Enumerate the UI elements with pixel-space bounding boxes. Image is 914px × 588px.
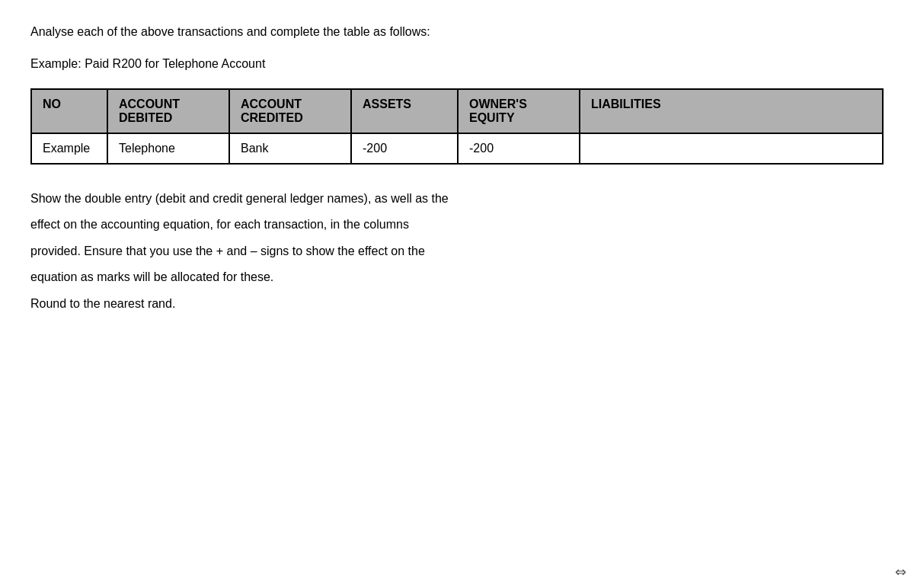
- col-header-no: NO: [31, 89, 107, 133]
- col-liabilities-label: LIABILITIES: [591, 97, 661, 110]
- explanation-line2: effect on the accounting equation, for e…: [30, 213, 884, 236]
- cell-owners-equity: -200: [458, 133, 580, 164]
- table-row: ExampleTelephoneBank-200-200: [31, 133, 883, 164]
- col-header-liabilities: LIABILITIES: [580, 89, 883, 133]
- col-credited-line2: CREDITED: [241, 111, 340, 125]
- cell-account-credited: Bank: [229, 133, 351, 164]
- move-handle-icon[interactable]: ⇔: [895, 564, 906, 580]
- cell-no: Example: [31, 133, 107, 164]
- col-header-credited: ACCOUNT CREDITED: [229, 89, 351, 133]
- col-debited-line2: DEBITED: [119, 111, 218, 125]
- accounting-table: NO ACCOUNT DEBITED ACCOUNT CREDITED ASSE…: [30, 88, 884, 165]
- explanation-block: Show the double entry (debit and credit …: [30, 187, 884, 315]
- explanation-line1: Show the double entry (debit and credit …: [30, 187, 884, 210]
- cell-assets: -200: [351, 133, 458, 164]
- col-equity-line1: OWNER'S: [469, 97, 568, 111]
- cell-liabilities: [580, 133, 883, 164]
- table-header-row: NO ACCOUNT DEBITED ACCOUNT CREDITED ASSE…: [31, 89, 883, 133]
- explanation-line5: Round to the nearest rand.: [30, 292, 884, 315]
- col-equity-line2: EQUITY: [469, 111, 568, 125]
- col-debited-line1: ACCOUNT: [119, 97, 218, 111]
- col-header-equity: OWNER'S EQUITY: [458, 89, 580, 133]
- col-assets-label: ASSETS: [363, 97, 411, 110]
- col-no-label: NO: [43, 97, 61, 110]
- cell-account-debited: Telephone: [107, 133, 229, 164]
- explanation-line4: equation as marks will be allocated for …: [30, 266, 884, 289]
- example-label: Example: Paid R200 for Telephone Account: [30, 55, 884, 73]
- col-header-assets: ASSETS: [351, 89, 458, 133]
- col-credited-line1: ACCOUNT: [241, 97, 340, 111]
- col-header-debited: ACCOUNT DEBITED: [107, 89, 229, 133]
- instruction-text: Analyse each of the above transactions a…: [30, 23, 884, 41]
- explanation-line3: provided. Ensure that you use the + and …: [30, 240, 884, 263]
